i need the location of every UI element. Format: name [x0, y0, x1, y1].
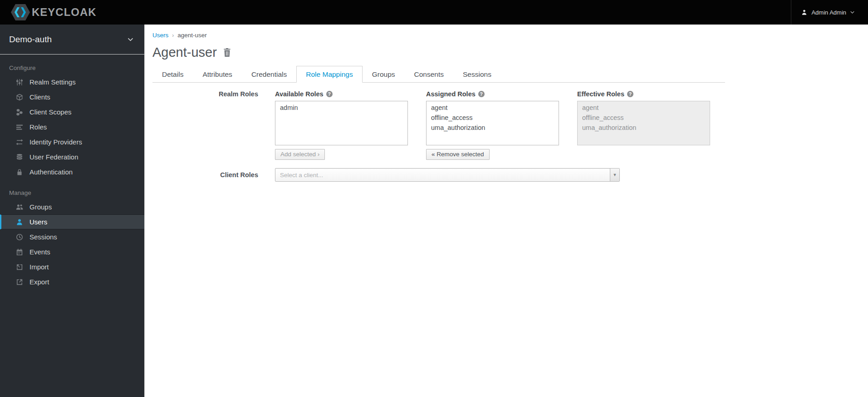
sidebar-item-label: Users [29, 218, 47, 226]
chevron-down-icon [850, 11, 854, 14]
assigned-roles-column: Assigned Roles ? agent offline_access um… [426, 90, 559, 160]
realm-roles-label: Realm Roles [152, 90, 258, 160]
group-icon [15, 203, 23, 211]
client-roles-label: Client Roles [152, 168, 258, 182]
sidebar-item-client-scopes[interactable]: Client Scopes [0, 104, 144, 119]
sidebar-item-realm-settings[interactable]: Realm Settings [0, 74, 144, 89]
tab-bar: Details Attributes Credentials Role Mapp… [152, 66, 725, 83]
tab-sessions[interactable]: Sessions [453, 66, 501, 83]
sidebar-item-label: Sessions [29, 233, 57, 241]
help-icon[interactable]: ? [627, 91, 633, 97]
sidebar-item-label: Export [29, 278, 49, 286]
sidebar-item-roles[interactable]: Roles [0, 119, 144, 134]
keycloak-hexagon-icon [11, 4, 30, 21]
available-roles-listbox[interactable]: admin [275, 101, 408, 145]
page-title: Agent-user [152, 45, 217, 60]
trash-icon [223, 48, 231, 57]
role-option[interactable]: admin [280, 103, 403, 113]
effective-roles-listbox: agent offline_access uma_authorization [577, 101, 710, 145]
tab-details[interactable]: Details [152, 66, 193, 83]
assigned-roles-header-text: Assigned Roles [426, 90, 476, 98]
clock-icon [15, 233, 23, 241]
breadcrumb: Users › agent-user [152, 32, 725, 39]
role-option: agent [582, 103, 705, 113]
help-icon[interactable]: ? [326, 91, 333, 97]
breadcrumb-users-link[interactable]: Users [152, 32, 168, 39]
sidebar-item-label: Roles [29, 123, 47, 131]
lock-icon [15, 168, 23, 176]
sidebar: Demo-auth Configure Realm Settings Clien… [0, 25, 145, 397]
sidebar-item-sessions[interactable]: Sessions [0, 229, 144, 244]
breadcrumb-separator: › [172, 32, 174, 39]
effective-roles-column: Effective Roles ? agent offline_access u… [577, 90, 710, 160]
sidebar-item-label: Realm Settings [29, 78, 76, 86]
effective-roles-header: Effective Roles ? [577, 90, 710, 98]
database-icon [15, 153, 23, 161]
sidebar-item-export[interactable]: Export [0, 274, 144, 289]
calendar-icon [15, 248, 23, 256]
role-option: offline_access [582, 113, 705, 123]
sidebar-item-authentication[interactable]: Authentication [0, 164, 144, 179]
role-option[interactable]: uma_authorization [431, 123, 554, 133]
tab-attributes[interactable]: Attributes [193, 66, 241, 83]
sidebar-item-events[interactable]: Events [0, 244, 144, 259]
user-icon [15, 218, 23, 226]
select-caret-button[interactable]: ▼ [610, 169, 619, 181]
cubes-icon [15, 108, 23, 116]
tab-groups[interactable]: Groups [363, 66, 405, 83]
sidebar-item-clients[interactable]: Clients [0, 89, 144, 104]
tab-consents[interactable]: Consents [405, 66, 453, 83]
sliders-icon [15, 78, 23, 86]
brand-text: KEYCLOAK [32, 6, 97, 19]
available-roles-header: Available Roles ? [275, 90, 408, 98]
breadcrumb-current: agent-user [177, 32, 207, 39]
sidebar-item-label: Client Scopes [29, 108, 72, 116]
main-content: Users › agent-user Agent-user Details At… [145, 25, 868, 397]
sidebar-item-label: User Federation [29, 153, 78, 161]
keycloak-logo[interactable]: KEYCLOAK [0, 4, 97, 21]
user-menu[interactable]: Admin Admin [791, 0, 868, 25]
role-option[interactable]: offline_access [431, 113, 554, 123]
sidebar-item-user-federation[interactable]: User Federation [0, 149, 144, 164]
export-icon [15, 278, 23, 286]
available-roles-column: Available Roles ? admin Add selected › [275, 90, 408, 160]
tab-credentials[interactable]: Credentials [242, 66, 296, 83]
assigned-roles-header: Assigned Roles ? [426, 90, 559, 98]
add-selected-button[interactable]: Add selected › [275, 149, 325, 160]
sidebar-item-label: Identity Providers [29, 138, 82, 146]
chevron-down-icon [128, 38, 133, 41]
role-option[interactable]: agent [431, 103, 554, 113]
exchange-arrows-icon [15, 138, 23, 146]
top-bar: KEYCLOAK Admin Admin [0, 0, 868, 25]
user-icon [801, 9, 807, 15]
assigned-roles-listbox[interactable]: agent offline_access uma_authorization [426, 101, 559, 145]
sidebar-item-label: Groups [29, 203, 52, 211]
list-icon [15, 123, 23, 131]
sidebar-item-label: Authentication [29, 168, 73, 176]
remove-selected-button[interactable]: « Remove selected [426, 149, 490, 160]
realm-roles-row: Realm Roles Available Roles ? admin Add … [152, 90, 725, 160]
available-roles-header-text: Available Roles [275, 90, 324, 98]
realm-name: Demo-auth [9, 35, 52, 45]
import-icon [15, 263, 23, 271]
user-menu-label: Admin Admin [811, 9, 846, 16]
client-select-placeholder: Select a client... [275, 172, 323, 179]
section-label-manage: Manage [9, 189, 144, 196]
client-roles-row: Client Roles Select a client... ▼ [152, 168, 725, 182]
sidebar-item-groups[interactable]: Groups [0, 199, 144, 214]
role-option: uma_authorization [582, 123, 705, 133]
realm-selector[interactable]: Demo-auth [0, 25, 144, 55]
section-label-configure: Configure [9, 65, 144, 71]
delete-user-button[interactable] [223, 48, 231, 57]
tab-role-mappings[interactable]: Role Mappings [296, 66, 362, 83]
sidebar-item-label: Events [29, 248, 50, 256]
client-select[interactable]: Select a client... ▼ [275, 168, 620, 182]
cube-icon [15, 93, 23, 101]
sidebar-item-identity-providers[interactable]: Identity Providers [0, 134, 144, 149]
sidebar-item-import[interactable]: Import [0, 259, 144, 274]
effective-roles-header-text: Effective Roles [577, 90, 624, 98]
help-icon[interactable]: ? [478, 91, 485, 97]
sidebar-item-label: Import [29, 263, 49, 271]
sidebar-item-users[interactable]: Users [0, 214, 144, 229]
sidebar-item-label: Clients [29, 93, 50, 101]
